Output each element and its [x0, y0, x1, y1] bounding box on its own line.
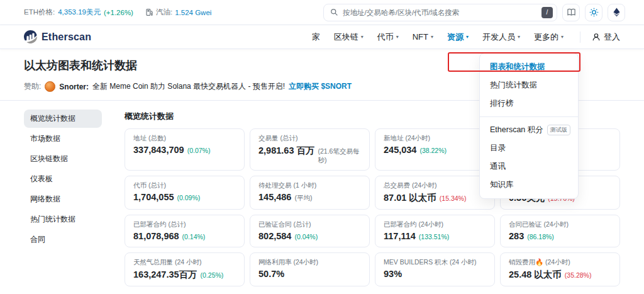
sign-in-button[interactable]: 登入: [580, 31, 620, 43]
stat-card-value: 87.01 以太币: [384, 192, 436, 204]
stat-card-contracts-verified-total[interactable]: 已验证合同 (总计) 802,584(0.04%): [250, 215, 370, 247]
stat-card-new-addresses-24h[interactable]: 新地址 (24小时) 245,034(38.22%): [375, 128, 495, 171]
stat-card-title: 待处理交易 (1 小时): [258, 181, 361, 190]
nav-item-more[interactable]: 更多的 ▾: [534, 31, 564, 43]
sidebar-item-dashboard[interactable]: 仪表板: [24, 170, 102, 188]
stat-card-change: (15.34%): [440, 195, 467, 202]
menu-item-label: 通讯: [490, 161, 506, 172]
chevron-down-icon: ▾: [518, 35, 520, 40]
stat-card-change: (35.28%): [565, 271, 592, 279]
stat-card-total-txn-fees-24h[interactable]: 总交易费 (24小时) 87.01 以太币(15.34%): [375, 176, 495, 210]
sidebar-item-network-data[interactable]: 网络数据: [24, 190, 102, 208]
nav-item-developers[interactable]: 开发人员 ▾: [482, 31, 520, 43]
nav-menu: 家 区块链 ▾ 代币 ▾ NFT ▾ 资源 ▾ 开发人员 ▾: [312, 31, 620, 43]
stat-card-value: 1,704,055: [133, 192, 174, 202]
menu-item-label: Etherscan 积分: [490, 125, 543, 135]
chevron-down-icon: ▾: [431, 35, 433, 40]
chevron-down-icon: ▾: [396, 35, 399, 40]
topbar-actions: /: [323, 4, 625, 21]
stat-card-change: (0.07%): [187, 147, 211, 154]
menu-item-label: 目录: [490, 143, 506, 154]
chevron-down-icon: ▾: [361, 35, 364, 40]
menu-item-charts-and-stats[interactable]: 图表和统计数据: [480, 58, 578, 76]
stat-card-change: (86.18%): [527, 233, 554, 240]
book-icon: [567, 8, 576, 17]
gas-label: 汽油:: [156, 8, 172, 17]
stat-card-title: 网络利用率 (24小时): [258, 258, 361, 267]
stat-card-total-gas-used-24h[interactable]: 天然气总用量 (24 小时) 163,247.35百万(0.25%): [125, 252, 245, 286]
nav-item-nft[interactable]: NFT ▾: [413, 32, 433, 42]
chevron-down-icon: ▾: [466, 35, 469, 40]
beta-badge: 测试版: [547, 125, 570, 135]
market-stats-strip: ETH价格: 4,353.19美元 (+1.26%) 汽油: 1.524 Gwe…: [24, 8, 211, 17]
menu-item-directory[interactable]: 目录: [480, 139, 578, 157]
search-input[interactable]: [343, 9, 541, 16]
stat-card-change: (21.6笔交易每秒): [318, 147, 361, 165]
stat-card-title: 已部署合约 (24小时): [384, 220, 486, 229]
docs-book-button[interactable]: [562, 4, 580, 21]
stat-card-title: 销毁费用🔥 (24小时): [509, 258, 611, 267]
main-navbar: Etherscan 家 区块链 ▾ 代币 ▾ NFT ▾ 资源 ▾: [0, 25, 644, 49]
etherscan-logo-icon: [24, 30, 37, 43]
stat-card-title: 新地址 (24小时): [384, 134, 486, 143]
eth-price-value[interactable]: 4,353.19美元: [58, 8, 101, 17]
stat-card-value: 2,981.63 百万: [258, 145, 314, 157]
sponsor-label: 赞助:: [24, 81, 41, 92]
stat-card-burnt-fees-24h[interactable]: 销毁费用🔥 (24小时) 25.48 以太币(35.28%): [500, 252, 620, 286]
stat-card-value: 283: [509, 231, 524, 241]
stat-card-change: (0.04%): [294, 233, 318, 240]
stat-card-value: 81,078,968: [133, 231, 179, 241]
nav-item-tokens[interactable]: 代币 ▾: [377, 31, 399, 43]
menu-item-knowledge-base[interactable]: 知识库: [480, 176, 578, 194]
stat-card-network-utilization-24h[interactable]: 网络利用率 (24小时) 50.7%: [250, 252, 370, 286]
sidebar-item-contracts[interactable]: 合同: [24, 230, 102, 249]
stat-card-change: (38.22%): [419, 147, 447, 154]
network-selector-button[interactable]: [608, 4, 625, 21]
snorter-logo-icon: [45, 81, 55, 92]
stat-card-value: 163,247.35百万: [133, 269, 197, 281]
stat-card-value: 117,114: [384, 231, 416, 241]
sidebar-item-overview[interactable]: 概览统计数据: [24, 110, 102, 128]
stat-card-pending-tx-1h[interactable]: 待处理交易 (1 小时) 145,486(平均): [250, 176, 370, 210]
nav-item-label: NFT: [413, 32, 428, 42]
sidebar-item-market-data[interactable]: 市场数据: [24, 130, 102, 148]
stat-card-change: (133.51%): [419, 233, 449, 240]
stat-card-change: (0.14%): [182, 233, 206, 240]
menu-item-label: 知识库: [490, 179, 514, 190]
menu-item-newsletter[interactable]: 通讯: [480, 157, 578, 176]
sign-in-label: 登入: [604, 31, 620, 43]
brand-name: Etherscan: [42, 31, 91, 43]
search-shortcut-key: /: [541, 7, 553, 18]
stat-card-addresses-total[interactable]: 地址 (总数) 337,843,709(0.07%): [125, 128, 245, 171]
stat-card-mev-builders-24h[interactable]: MEV BUILDERS 积木 (24 小时) 93%: [375, 252, 495, 286]
sponsor-cta-link[interactable]: 立即购买 $SNORT: [289, 81, 352, 92]
sidebar-item-top-stats[interactable]: 热门统计数据: [24, 210, 102, 229]
stat-card-title: 合同已验证 (24小时): [509, 220, 611, 229]
user-icon: [592, 33, 601, 42]
stat-card-contracts-verified-24h[interactable]: 合同已验证 (24小时) 283(86.18%): [500, 215, 620, 247]
stat-card-contracts-deployed-24h[interactable]: 已部署合约 (24小时) 117,114(133.51%): [375, 215, 495, 247]
stat-card-change: (平均): [294, 194, 312, 203]
chevron-down-icon: ▾: [561, 35, 564, 40]
sidebar-item-blockchain-data[interactable]: 区块链数据: [24, 150, 102, 168]
nav-item-label: 区块链: [334, 31, 358, 43]
stat-card-title: 已验证合同 (总计): [258, 220, 361, 229]
stat-card-tokens-total[interactable]: 代币 (总计) 1,704,055(0.09%): [125, 176, 245, 210]
stat-card-value: 25.48 以太币: [509, 269, 562, 281]
etherscan-logo[interactable]: Etherscan: [24, 30, 91, 43]
sponsor-name: Snorter:: [59, 82, 89, 91]
gas-value[interactable]: 1.524 Gwei: [175, 9, 211, 16]
menu-item-leaderboard[interactable]: 排行榜: [480, 94, 578, 113]
stat-card-value: 245,034: [384, 145, 416, 155]
search-box[interactable]: /: [323, 4, 557, 21]
stat-card-change: (0.09%): [177, 194, 201, 201]
stat-card-transactions-total[interactable]: 交易量 (总计) 2,981.63 百万(21.6笔交易每秒): [250, 128, 370, 171]
menu-item-label: 图表和统计数据: [490, 62, 545, 72]
theme-toggle-button[interactable]: [585, 4, 602, 21]
nav-item-resources[interactable]: 资源 ▾: [447, 31, 469, 43]
menu-item-top-statistics[interactable]: 热门统计数据: [480, 76, 578, 94]
menu-item-etherscan-points[interactable]: Etherscan 积分 测试版: [480, 121, 578, 139]
nav-item-blockchain[interactable]: 区块链 ▾: [334, 31, 364, 43]
stat-card-contracts-deployed-total[interactable]: 已部署合约 (总计) 81,078,968(0.14%): [125, 215, 245, 247]
nav-item-home[interactable]: 家: [312, 31, 320, 43]
